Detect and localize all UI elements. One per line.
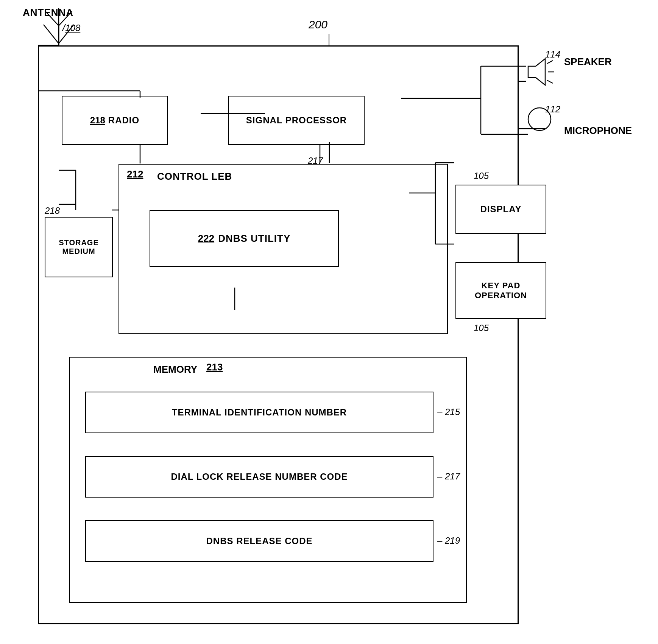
dnbs-release-label: DNBS RELEASE CODE [206,536,312,546]
signal-processor-label: SIGNAL PROCESSOR [246,115,347,126]
display-label: DISPLAY [480,204,522,215]
signal-processor-block: SIGNAL PROCESSOR [228,96,365,145]
main-outer-box: 218 RADIO SIGNAL PROCESSOR 217 STORAGE M… [38,45,519,624]
control-leb-ref: 212 [127,168,143,180]
terminal-id-block: TERMINAL IDENTIFICATION NUMBER [85,392,433,433]
radio-block: 218 RADIO [62,96,168,145]
display-block: DISPLAY [455,185,546,234]
storage-label-1: STORAGE [59,238,99,247]
display-ref-105: 105 [474,171,489,181]
microphone-label: MICROPHONE [564,125,632,137]
svg-line-27 [547,61,553,64]
svg-line-1 [44,25,59,44]
terminal-id-label: TERMINAL IDENTIFICATION NUMBER [172,407,347,418]
microphone-icon [526,106,553,132]
antenna-label: ANTENNA [23,7,73,19]
dnbs-utility-ref: 222 [198,233,214,244]
speaker-icon [524,57,555,87]
dnbs-utility-label: DNBS UTILITY [218,233,290,244]
memory-ref: 213 [206,361,223,373]
dnbs-utility-block: 222 DNBS UTILITY [150,210,339,267]
control-leb-block: CONTROL LEB 212 222 DNBS UTILITY [119,164,448,334]
keypad-label-1: KEY PAD [475,281,527,291]
svg-marker-26 [528,59,545,85]
memory-label: MEMORY [153,364,197,375]
svg-line-29 [547,80,553,83]
dnbs-release-ref-219: – 219 [437,535,460,546]
radio-ref: 218 [90,115,105,126]
keypad-ref-105: 105 [474,323,489,333]
radio-label: RADIO [108,115,139,126]
dnbs-release-block: DNBS RELEASE CODE [85,520,433,562]
control-leb-label: CONTROL LEB [157,171,232,182]
svg-point-30 [528,108,551,131]
terminal-ref-215: – 215 [437,407,460,417]
diagram-container: ANTENNA /108 200 SPEAKER 114 MICROPHONE … [0,0,658,644]
storage-ref: 218 [45,205,60,216]
speaker-label: SPEAKER [564,56,612,68]
antenna-ref: /108 [62,22,80,34]
keypad-label-2: OPERATION [475,291,527,300]
dial-lock-block: DIAL LOCK RELEASE NUMBER CODE [85,456,433,498]
dial-lock-label: DIAL LOCK RELEASE NUMBER CODE [171,471,348,482]
dial-lock-ref-217: – 217 [437,471,460,482]
storage-label-2: MEDIUM [62,247,95,256]
storage-medium-block: STORAGE MEDIUM [45,217,113,277]
keypad-block: KEY PAD OPERATION [455,262,546,319]
main-ref-200: 200 [309,18,327,31]
memory-block: MEMORY 213 TERMINAL IDENTIFICATION NUMBE… [69,357,467,603]
